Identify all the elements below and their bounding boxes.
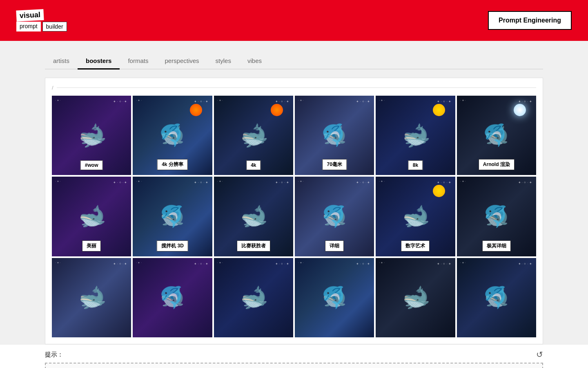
cell-label: 70毫米 [322,159,346,170]
cell-label: Arnold 渲染 [479,159,514,170]
cell-label: 搅拌机 3D [157,240,188,251]
image-cell[interactable]: 🐬· ✦ · [295,258,374,337]
cell-label: 美丽 [82,240,101,251]
prompt-textarea[interactable] [45,363,543,368]
image-cell[interactable]: 🐋· ✦ ·8k [376,96,455,175]
image-cell[interactable]: 🐋· ✦ ·比赛获胜者 [214,177,293,256]
image-cell[interactable]: 🐋· ✦ · [376,258,455,337]
image-cell[interactable]: 🐋· ✦ ·数字艺术 [376,177,455,256]
image-cell[interactable]: 🐋· ✦ ·4k [214,96,293,175]
cell-label: 数字艺术 [401,240,430,251]
cell-label: 极其详细 [482,240,511,251]
cell-label: 8k [408,160,423,170]
refresh-button[interactable]: ↺ [536,350,543,359]
grid-header: / [52,85,536,91]
tab-nav: artists boosters formats perspectives st… [45,53,543,70]
bottom-area: 提示： ↺ + [0,344,588,368]
cell-label: 4k 分辨率 [157,159,188,170]
image-cell[interactable]: 🐬· ✦ · [457,258,536,337]
image-cell[interactable]: 🐬· ✦ ·详细 [295,177,374,256]
grid-divider [57,88,536,88]
grid-section-label: / [52,85,53,91]
image-cell[interactable]: 🐬· ✦ ·70毫米 [295,96,374,175]
image-cell[interactable]: 🐋· ✦ ·美丽 [52,177,131,256]
tab-perspectives[interactable]: perspectives [156,53,207,70]
tab-vibes[interactable]: vibes [239,53,270,70]
cell-label: 比赛获胜者 [237,240,270,251]
logo: visual prompt builder [16,10,67,31]
tab-styles[interactable]: styles [207,53,239,70]
cell-label: 4k [246,160,261,170]
image-cell[interactable]: 🐬· ✦ ·4k 分辨率 [133,96,212,175]
image-grid-section: / 🐋· ✦ ·#wow🐬· ✦ ·4k 分辨率🐋· ✦ ·4k🐬· ✦ ·70… [45,78,543,344]
cell-label: #wow [80,160,103,170]
image-grid: 🐋· ✦ ·#wow🐬· ✦ ·4k 分辨率🐋· ✦ ·4k🐬· ✦ ·70毫米… [52,96,536,337]
image-cell[interactable]: 🐬· ✦ ·Arnold 渲染 [457,96,536,175]
main-content: artists boosters formats perspectives st… [0,41,588,344]
image-cell[interactable]: 🐬· ✦ · [133,258,212,337]
image-cell[interactable]: 🐋· ✦ · [52,258,131,337]
logo-builder: builder [42,22,67,31]
prompt-engineering-button[interactable]: Prompt Engineering [488,11,572,30]
image-cell[interactable]: 🐋· ✦ ·#wow [52,96,131,175]
prompt-label-row: 提示： ↺ [45,350,543,359]
logo-prompt: prompt [16,22,41,31]
tab-formats[interactable]: formats [120,53,156,70]
tab-artists[interactable]: artists [45,53,78,70]
image-cell[interactable]: 🐬· ✦ ·搅拌机 3D [133,177,212,256]
logo-visual: visual [16,9,44,21]
cell-label: 详细 [325,240,344,251]
image-cell[interactable]: 🐬· ✦ ·极其详细 [457,177,536,256]
tab-boosters[interactable]: boosters [78,53,120,70]
image-cell[interactable]: 🐋· ✦ · [214,258,293,337]
prompt-label: 提示： [45,351,63,359]
app-header: visual prompt builder Prompt Engineering [0,0,588,41]
